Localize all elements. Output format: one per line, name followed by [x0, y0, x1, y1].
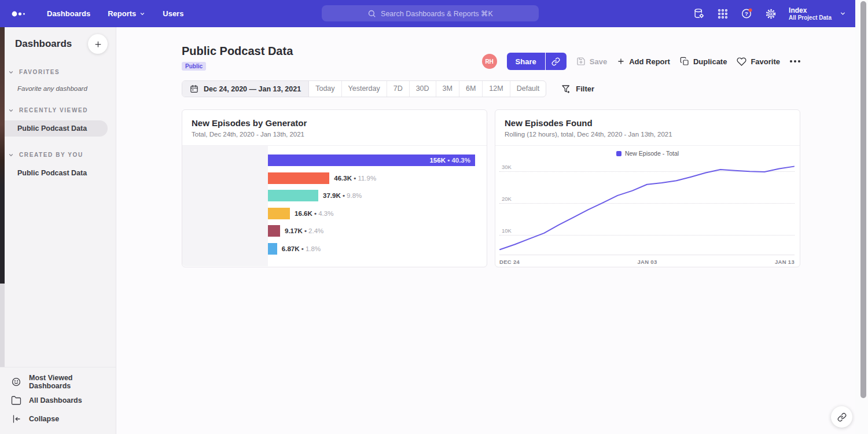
date-preset-12m[interactable]: 12M	[483, 81, 510, 97]
chevron-down-icon	[8, 108, 14, 113]
apps-grid-icon[interactable]	[717, 8, 729, 20]
chevron-down-icon	[8, 69, 14, 75]
x-axis-tick-label: DEC 24	[499, 259, 520, 265]
all-dashboards-item[interactable]: All Dashboards	[0, 391, 116, 410]
favorite-button[interactable]: Favorite	[737, 57, 780, 67]
bar[interactable]	[268, 208, 290, 219]
nav-item-label: Users	[163, 9, 183, 18]
floating-copy-link-button[interactable]	[831, 406, 852, 428]
date-preset-7d[interactable]: 7D	[387, 81, 410, 97]
bar[interactable]	[268, 243, 277, 255]
bar[interactable]: 156K • 40.3%	[268, 155, 475, 166]
plus-icon	[617, 57, 625, 65]
favorites-empty-note: Favorite any dashboard	[17, 85, 116, 92]
avatar[interactable]: RH	[482, 54, 497, 69]
date-preset-3m[interactable]: 3M	[436, 81, 459, 97]
bar-chart[interactable]: Anchor Podcasts156K • 40.3%Libsyn WebEng…	[182, 146, 487, 267]
sidebar-title: Dashboards	[15, 38, 72, 50]
background-window-edge	[0, 27, 5, 284]
save-button[interactable]: Save	[576, 57, 607, 66]
nav-item-label: Reports	[108, 9, 136, 18]
date-preset-today[interactable]: Today	[309, 81, 341, 97]
section-label: FAVORITES	[19, 69, 60, 75]
copy-share-link-button[interactable]	[546, 53, 567, 70]
svg-text:?: ?	[745, 10, 748, 17]
date-preset-30d[interactable]: 30D	[410, 81, 436, 97]
project-switcher[interactable]: Index All Project Data	[789, 6, 846, 21]
sidebar-section-favorites: FAVORITESFavorite any dashboard	[0, 69, 116, 92]
bar[interactable]	[268, 190, 318, 201]
date-preset-6m[interactable]: 6M	[459, 81, 483, 97]
bar-value-label: 156K • 40.3%	[429, 157, 475, 164]
bar[interactable]	[268, 225, 280, 237]
sidebar-item-public-podcast-data[interactable]: Public Podcast Data	[0, 120, 108, 137]
footer-item-label: Most Viewed Dashboards	[29, 374, 116, 390]
section-label: CREATED BY YOU	[19, 152, 83, 158]
chevron-down-icon	[840, 10, 846, 17]
bar-zone: 16.6K • 4.3%	[268, 208, 487, 219]
chevron-down-icon	[8, 152, 14, 158]
sidebar-footer: Most Viewed Dashboards All Dashboards Co…	[0, 367, 116, 434]
nav-item-dashboards[interactable]: Dashboards	[47, 9, 90, 18]
legend-swatch	[616, 151, 621, 156]
bar-zone: 46.3K • 11.9%	[268, 172, 487, 184]
share-button-group: Share	[507, 53, 567, 70]
date-preset-yesterday[interactable]: Yesterday	[342, 81, 387, 97]
collapse-icon	[11, 414, 21, 424]
date-range-picker[interactable]: Dec 24, 2020 — Jan 13, 2021	[182, 81, 309, 97]
bar[interactable]	[268, 172, 329, 184]
navbar-right-cluster: ? Index All Project Data	[693, 0, 846, 27]
header-actions: RH Share Save	[482, 52, 800, 71]
x-axis-labels: DEC 24JAN 03JAN 13	[499, 259, 795, 265]
section-header[interactable]: CREATED BY YOU	[0, 152, 116, 158]
link-icon	[551, 57, 560, 66]
section-header[interactable]: FAVORITES	[0, 69, 116, 75]
vertical-scrollbar[interactable]	[855, 0, 868, 434]
page-title: Public Podcast Data	[182, 45, 293, 58]
project-scope: All Project Data	[789, 14, 832, 21]
save-icon	[576, 57, 586, 66]
collapse-sidebar-item[interactable]: Collapse	[0, 410, 116, 428]
link-icon	[837, 413, 847, 422]
primary-nav: DashboardsReportsUsers	[47, 9, 183, 18]
sidebar-item-public-podcast-data[interactable]: Public Podcast Data	[0, 165, 116, 181]
add-dashboard-button[interactable]	[88, 34, 108, 54]
nav-item-reports[interactable]: Reports	[108, 9, 145, 18]
line-chart[interactable]: New Episode - Total 10K20K30K DEC 24JAN …	[495, 146, 800, 267]
date-preset-default[interactable]: Default	[510, 81, 546, 97]
data-settings-icon[interactable]	[693, 8, 705, 20]
mixpanel-logo-icon[interactable]	[11, 10, 31, 17]
search-input[interactable]: Search Dashboards & Reports ⌘K	[322, 5, 539, 21]
help-icon[interactable]: ?	[741, 8, 753, 20]
footer-item-label: All Dashboards	[29, 396, 82, 404]
heart-icon	[737, 57, 746, 67]
bar-chart-card: New Episodes by Generator Total, Dec 24t…	[182, 109, 487, 267]
project-name: Index	[789, 6, 832, 14]
x-axis-tick-label: JAN 03	[638, 259, 657, 265]
filter-button[interactable]: Filter	[561, 84, 594, 94]
filter-funnel-icon	[561, 84, 571, 94]
duplicate-button[interactable]: Duplicate	[680, 57, 727, 66]
more-options-button[interactable]	[790, 58, 800, 65]
scrollbar-thumb[interactable]	[860, 1, 866, 398]
folder-icon	[11, 395, 21, 406]
public-badge: Public	[182, 62, 206, 71]
line-chart-card: New Episodes Found Rolling (12 hours), t…	[495, 109, 800, 267]
most-viewed-dashboards-item[interactable]: Most Viewed Dashboards	[0, 373, 116, 391]
nav-item-users[interactable]: Users	[163, 9, 183, 18]
bar-zone: 37.9K • 9.8%	[268, 190, 487, 201]
chart-subtitle: Total, Dec 24th, 2020 - Jan 13th, 2021	[192, 131, 477, 138]
add-report-button[interactable]: Add Report	[617, 57, 670, 66]
toolbar: Dec 24, 2020 — Jan 13, 2021 TodayYesterd…	[182, 80, 800, 97]
share-button[interactable]: Share	[507, 53, 545, 70]
main-content: Public Podcast Data Public RH Share	[116, 27, 855, 434]
nav-item-label: Dashboards	[47, 9, 90, 18]
bar-value-label: 37.9K • 9.8%	[323, 192, 362, 199]
bar-value-label: 9.17K • 2.4%	[285, 227, 323, 234]
settings-gear-icon[interactable]	[765, 8, 777, 20]
section-header[interactable]: RECENTLY VIEWED	[0, 107, 116, 113]
calendar-icon	[190, 84, 198, 93]
section-label: RECENTLY VIEWED	[19, 107, 88, 113]
chevron-down-icon	[139, 11, 145, 17]
search-placeholder: Search Dashboards & Reports ⌘K	[381, 9, 493, 18]
